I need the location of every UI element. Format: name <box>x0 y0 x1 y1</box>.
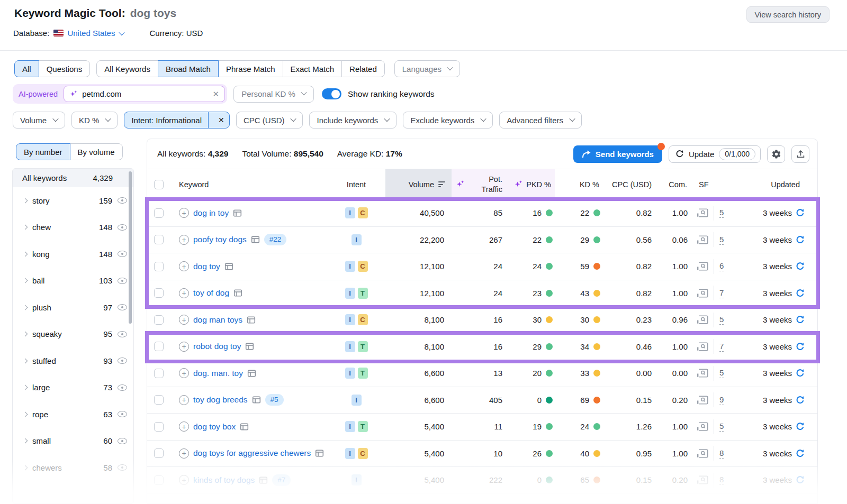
sf-count-link[interactable]: 5 <box>719 368 724 378</box>
intent-badge-i[interactable]: I <box>352 234 362 245</box>
keyword-link[interactable]: dog toys for aggressive chewers <box>193 448 311 458</box>
serp-window-icon[interactable] <box>247 369 256 378</box>
sf-count-link[interactable]: 9 <box>719 395 724 405</box>
intent-badge-t[interactable]: T <box>358 341 368 352</box>
tab-all-keywords[interactable]: All Keywords <box>96 60 158 77</box>
row-checkbox[interactable] <box>154 342 164 351</box>
sidebar-tab-by-volume[interactable]: By volume <box>70 143 123 160</box>
intent-badge-c[interactable]: C <box>358 261 368 272</box>
refresh-icon[interactable] <box>796 396 805 405</box>
sf-count-link[interactable]: 5 <box>719 315 724 325</box>
row-checkbox[interactable] <box>154 395 164 405</box>
filter-advanced-filters[interactable]: Advanced filters <box>499 112 582 129</box>
keyword-link[interactable]: toy dog breeds <box>193 395 248 405</box>
sidebar-group-small[interactable]: small60 <box>13 428 133 455</box>
sidebar-group-large[interactable]: large73 <box>13 374 133 401</box>
send-keywords-button[interactable]: Send keywords <box>573 145 662 163</box>
tab-questions[interactable]: Questions <box>39 60 91 77</box>
sf-count-link[interactable]: 5 <box>719 421 724 432</box>
intent-badge-i[interactable]: I <box>345 261 355 272</box>
intent-badge-i[interactable]: I <box>345 207 355 218</box>
row-checkbox[interactable] <box>154 288 164 298</box>
row-checkbox[interactable] <box>154 262 164 271</box>
keyword-link[interactable]: dog toy box <box>193 422 236 432</box>
serp-magnifier-icon[interactable] <box>697 396 708 405</box>
row-checkbox[interactable] <box>154 315 164 325</box>
sidebar-group-squeaky[interactable]: squeaky95 <box>13 321 133 348</box>
serp-window-icon[interactable] <box>252 396 261 404</box>
sidebar-group-stuffed[interactable]: stuffed93 <box>13 347 133 374</box>
sf-count-link[interactable]: 7 <box>719 342 724 352</box>
sf-count-link[interactable]: 6 <box>719 261 724 271</box>
serp-window-icon[interactable] <box>247 316 256 324</box>
tab-all[interactable]: All <box>14 60 39 77</box>
tab-exact-match[interactable]: Exact Match <box>283 60 343 77</box>
keyword-link[interactable]: dog. man. toy <box>193 369 243 378</box>
intent-badge-i[interactable]: I <box>345 368 355 379</box>
add-keyword-icon[interactable]: + <box>179 342 189 352</box>
serp-window-icon[interactable] <box>315 449 324 457</box>
domain-input-wrap[interactable]: ✕ <box>64 86 225 102</box>
refresh-icon[interactable] <box>796 422 805 431</box>
tab-broad-match[interactable]: Broad Match <box>158 60 219 77</box>
column-sf[interactable]: SF <box>690 169 735 199</box>
intent-badge-i[interactable]: I <box>345 341 355 352</box>
all-keywords-group[interactable]: All keywords 4,329 <box>13 169 133 187</box>
serp-magnifier-icon[interactable] <box>697 475 708 484</box>
sf-count-link[interactable]: 8 <box>719 475 724 485</box>
serp-window-icon[interactable] <box>233 209 242 217</box>
row-checkbox[interactable] <box>154 475 164 485</box>
personal-kd-dropdown[interactable]: Personal KD % <box>233 86 314 103</box>
sf-count-link[interactable]: 5 <box>719 235 724 245</box>
sf-count-link[interactable]: 8 <box>719 448 724 459</box>
serp-magnifier-icon[interactable] <box>697 235 708 244</box>
row-checkbox[interactable] <box>154 208 164 218</box>
add-keyword-icon[interactable]: + <box>179 475 189 485</box>
filter-volume[interactable]: Volume <box>13 112 65 129</box>
add-keyword-icon[interactable]: + <box>179 261 189 271</box>
eye-icon[interactable] <box>118 304 127 310</box>
export-button[interactable] <box>791 145 809 163</box>
sidebar-group-rope[interactable]: rope63 <box>13 401 133 428</box>
filter-kd-[interactable]: KD % <box>71 112 118 129</box>
eye-icon[interactable] <box>118 331 127 337</box>
eye-icon[interactable] <box>118 358 127 364</box>
sidebar-tab-by-number[interactable]: By number <box>16 143 70 160</box>
keyword-link[interactable]: kinds of toy dogs <box>193 475 255 485</box>
serp-magnifier-icon[interactable] <box>697 369 708 378</box>
add-keyword-icon[interactable]: + <box>179 315 189 325</box>
row-checkbox[interactable] <box>154 422 164 432</box>
sidebar-group-chewers[interactable]: chewers58 <box>13 454 133 481</box>
settings-button[interactable] <box>767 145 785 163</box>
add-keyword-icon[interactable]: + <box>179 448 189 459</box>
filter-exclude-keywords[interactable]: Exclude keywords <box>403 112 493 129</box>
serp-magnifier-icon[interactable] <box>697 208 708 217</box>
keyword-link[interactable]: dog in toy <box>193 208 229 218</box>
column-kd[interactable]: KD % <box>555 169 602 199</box>
sidebar-group-ball[interactable]: ball103 <box>13 268 133 295</box>
filter-cpc-usd-[interactable]: CPC (USD) <box>236 112 303 129</box>
serp-window-icon[interactable] <box>251 235 260 244</box>
column-volume[interactable]: Volume <box>385 169 452 199</box>
serp-magnifier-icon[interactable] <box>697 342 708 351</box>
sf-count-link[interactable]: 7 <box>719 288 724 298</box>
serp-magnifier-icon[interactable] <box>697 289 708 298</box>
refresh-icon[interactable] <box>796 342 805 351</box>
database-select[interactable]: United States <box>67 29 124 38</box>
refresh-icon[interactable] <box>796 208 805 217</box>
intent-badge-i[interactable]: I <box>345 421 355 432</box>
filter-intent-informational[interactable]: Intent: Informational✕ <box>124 112 230 129</box>
column-pkd[interactable]: PKD % <box>504 169 555 199</box>
keyword-link[interactable]: robot dog toy <box>193 342 241 351</box>
serp-magnifier-icon[interactable] <box>697 422 708 431</box>
intent-badge-t[interactable]: T <box>358 368 368 379</box>
intent-badge-i[interactable]: I <box>345 448 355 459</box>
keyword-link[interactable]: dog man toys <box>193 315 242 325</box>
refresh-icon[interactable] <box>796 289 805 298</box>
remove-filter-icon[interactable]: ✕ <box>213 112 229 129</box>
refresh-icon[interactable] <box>796 262 805 271</box>
keyword-link[interactable]: toy of dog <box>193 288 229 298</box>
intent-badge-c[interactable]: C <box>358 314 368 325</box>
serp-window-icon[interactable] <box>233 289 242 297</box>
keyword-link[interactable]: dog toy <box>193 262 220 271</box>
